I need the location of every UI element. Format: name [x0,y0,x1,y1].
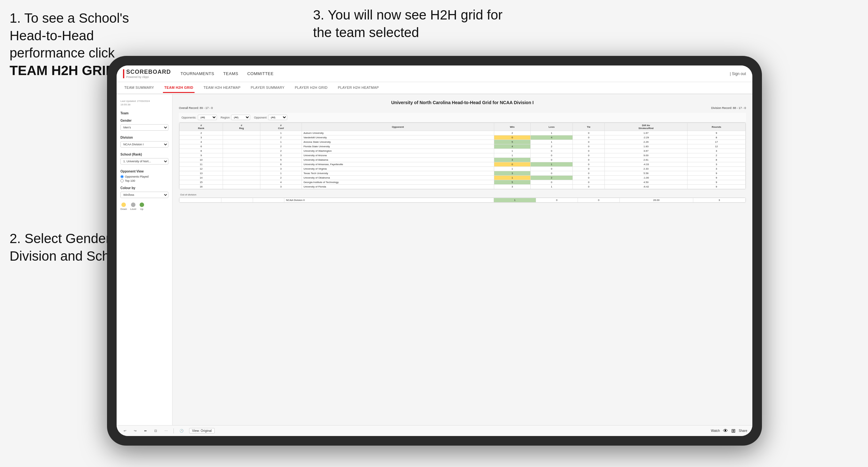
cell-reg [223,158,260,162]
crop-button[interactable]: ⊡ [152,428,159,433]
cell-win: 1 [494,149,530,153]
cell-diff: -6.42 [605,185,687,189]
nav-committee[interactable]: COMMITTEE [247,71,274,76]
cell-ood-tie: 0 [578,198,619,203]
tab-player-h2h-heatmap[interactable]: PLAYER H2H HEATMAP [336,83,380,93]
cell-tie: 0 [573,185,605,189]
cell-diff: 1.67 [605,131,687,135]
sub-nav: TEAM SUMMARY TEAM H2H GRID TEAM H2H HEAT… [117,82,752,94]
cell-conf: 1 [260,171,302,176]
cell-reg [223,135,260,140]
cell-loss: 1 [530,131,572,135]
table-row: 13 1 Texas Tech University 3 0 0 5.56 9 [180,171,746,176]
cell-conf: 2 [260,149,302,153]
sidebar-school-label: School (Rank) [120,153,168,156]
logo: SCOREBOARD Powered by clippi [123,69,171,79]
watch-button[interactable]: Watch [711,429,720,433]
cell-loss: 0 [530,153,572,158]
filter-region-select[interactable]: (All) [231,115,250,120]
cell-win: 3 [494,158,530,162]
colour-select[interactable]: Win/loss [120,192,168,198]
sidebar-division-label: Division [120,136,168,139]
cell-reg [223,180,260,185]
cell-rounds: 9 [687,180,746,185]
cell-rounds: 3 [687,149,746,153]
cell-rank: 2 [180,131,223,135]
division-select[interactable]: NCAA Division I [120,141,168,148]
view-original-button[interactable]: View: Original [189,428,215,433]
tab-team-h2h-heatmap[interactable]: TEAM H2H HEATMAP [202,83,242,93]
nav-sign-out[interactable]: | Sign out [730,71,746,76]
cell-loss: 4 [530,135,572,140]
redo-button[interactable]: ↪ [132,428,138,433]
cell-reg [223,153,260,158]
cell-win: 3 [494,185,530,189]
cell-tie: 0 [573,158,605,162]
tab-player-h2h-grid[interactable]: PLAYER H2H GRID [293,83,329,93]
cell-loss: 1 [530,140,572,145]
filter-region-label: Region [221,116,230,119]
nav-bar: SCOREBOARD Powered by clippi TOURNAMENTS… [117,65,752,82]
cell-win: 0 [494,135,530,140]
cell-diff: 2.29 [605,140,687,145]
cell-loss: 0 [530,158,572,162]
color-up: Up [140,203,144,211]
annotation-1-text: 1. To see a School's Head-to-Head perfor… [9,10,129,60]
nav-tournaments[interactable]: TOURNAMENTS [181,71,214,76]
cell-opponent: University of Arizona [302,153,494,158]
cell-conf: 5 [260,158,302,162]
toolbar-bottom: ↩ ↪ ⬅ ⊡ ⋯ 🕐 View: Original Watch 👁 ⊞ Sha… [117,425,752,436]
cell-rank: 15 [180,180,223,185]
undo-button[interactable]: ↩ [122,428,128,433]
logo-accent [123,69,124,78]
table-header-row: #Rank #Reg #Conf Opponent Win Loss Tie D… [180,123,746,131]
cell-rounds: 12 [687,145,746,149]
cell-rank: 13 [180,171,223,176]
tab-player-summary[interactable]: PLAYER SUMMARY [249,83,286,93]
cell-win: 0 [494,162,530,167]
school-select[interactable]: 1. University of Nort... [120,158,168,164]
clock-button[interactable]: 🕐 [178,428,185,433]
tab-team-h2h-grid[interactable]: TEAM H2H GRID [163,83,194,93]
back-button[interactable]: ⬅ [142,428,149,433]
filter-opponents-select[interactable]: (All) [198,115,217,120]
table-row: 15 4 Georgia Institute of Technology 5 0… [180,180,746,185]
cell-rounds: 9 [687,176,746,180]
cell-reg [223,171,260,176]
tab-team-summary[interactable]: TEAM SUMMARY [123,83,155,93]
radio-opponents[interactable]: Opponents Played [120,175,168,178]
annotation-3: 3. You will now see H2H grid for the tea… [313,6,505,41]
more-button[interactable]: ⋯ [163,428,169,433]
out-of-division-table: NCAA Division II 1 0 0 26.00 3 [179,198,746,203]
cell-rank: 6 [180,145,223,149]
cell-reg [223,167,260,171]
cell-conf: 2 [260,176,302,180]
filter-opponent-select[interactable]: (All) [268,115,287,120]
table-row: 10 5 University of Alabama 3 0 0 2.61 8 [180,158,746,162]
cell-tie: 0 [573,149,605,153]
cell-rank: 9 [180,153,223,158]
nav-teams[interactable]: TEAMS [223,71,238,76]
gender-select[interactable]: Men's [120,124,168,131]
cell-rank: 11 [180,162,223,167]
cell-diff: 1.83 [605,145,687,149]
cell-rounds: 2 [687,153,746,158]
cell-tie: 0 [573,145,605,149]
share-button[interactable]: Share [739,429,747,433]
cell-tie: 0 [573,176,605,180]
color-dot-level [131,203,135,207]
cell-ood-name: NCAA Division II [284,198,494,203]
cell-conf: 2 [260,145,302,149]
cell-diff: 3.67 [605,149,687,153]
cell-rounds: 3 [687,167,746,171]
cell-tie: 0 [573,171,605,176]
cell-win: 5 [494,140,530,145]
radio-top100[interactable]: Top 100 [120,179,168,182]
cell-rounds: 17 [687,140,746,145]
cell-conf: 1 [260,140,302,145]
toolbar-icon-2: ⊞ [731,428,736,434]
color-legend: Down Level Up [120,203,168,211]
cell-opponent: Auburn University [302,131,494,135]
filter-opponent-label: Opponent [254,116,267,119]
cell-conf: 3 [260,185,302,189]
